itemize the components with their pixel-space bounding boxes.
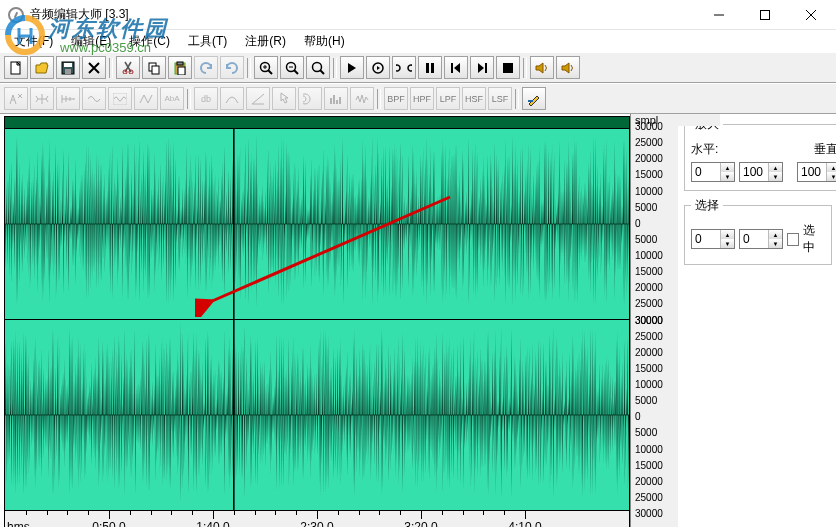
skip-back-button[interactable] [444, 56, 468, 79]
amp-label: 20000 [635, 153, 663, 164]
fx-fade-button[interactable] [56, 87, 80, 110]
waveform-channel-right[interactable] [5, 320, 629, 510]
main-area: hms 0:50.01:40.02:30.03:20.04:10.0 smpl … [0, 114, 836, 527]
fx-db-button[interactable]: db [194, 87, 218, 110]
spin-down-icon[interactable]: ▼ [721, 239, 734, 248]
menu-register[interactable]: 注册(R) [237, 31, 294, 52]
play-loop-button[interactable] [392, 56, 416, 79]
loop-play-button[interactable] [366, 56, 390, 79]
svg-rect-7 [149, 63, 156, 71]
svg-rect-18 [451, 63, 453, 73]
redo-button[interactable] [220, 56, 244, 79]
filter-hpf-button[interactable]: HPF [410, 87, 434, 110]
speaker-left-button[interactable] [530, 56, 554, 79]
cut-button[interactable] [116, 56, 140, 79]
sel-start-input[interactable] [692, 230, 720, 248]
spin-down-icon[interactable]: ▼ [827, 172, 836, 181]
filter-lpf-button[interactable]: LPF [436, 87, 460, 110]
h-zoom-max-input[interactable] [740, 163, 768, 181]
sel-check[interactable]: 选中 [787, 222, 825, 256]
amp-label: 5000 [635, 234, 657, 245]
skip-fwd-button[interactable] [470, 56, 494, 79]
svg-rect-1 [11, 62, 20, 74]
waveform-zone[interactable]: hms 0:50.01:40.02:30.03:20.04:10.0 [4, 116, 630, 527]
overview-strip[interactable] [5, 117, 629, 129]
toolbar-separator [186, 89, 192, 109]
time-ruler[interactable]: hms 0:50.01:40.02:30.03:20.04:10.0 [5, 510, 629, 527]
v-zoom-value-spinner[interactable]: ▲▼ [797, 162, 836, 182]
sel-end-input[interactable] [740, 230, 768, 248]
h-zoom-max-spinner[interactable]: ▲▼ [739, 162, 783, 182]
toolbar-separator [332, 58, 338, 78]
ruler-tick-label: 1:40.0 [196, 520, 229, 527]
ruler-tick-label: 2:30.0 [300, 520, 333, 527]
menu-tools[interactable]: 工具(T) [180, 31, 235, 52]
zoom-in-button[interactable] [254, 56, 278, 79]
undo-button[interactable] [194, 56, 218, 79]
fx-wave2-button[interactable] [108, 87, 132, 110]
toolbar-separator [246, 58, 252, 78]
fx-noise-button[interactable] [350, 87, 374, 110]
filter-hsf-button[interactable]: HSF [462, 87, 486, 110]
fx-spectrum-button[interactable] [324, 87, 348, 110]
svg-point-15 [373, 63, 383, 73]
paste-button[interactable] [168, 56, 192, 79]
amp-label: 30000 [635, 121, 663, 132]
fx-echo-button[interactable] [298, 87, 322, 110]
svg-rect-0 [761, 10, 770, 19]
sel-end-spinner[interactable]: ▲▼ [739, 229, 783, 249]
fx-ramp-button[interactable] [246, 87, 270, 110]
zoom-out-button[interactable] [280, 56, 304, 79]
new-button[interactable] [4, 56, 28, 79]
maximize-button[interactable] [742, 0, 788, 30]
spin-down-icon[interactable]: ▼ [769, 239, 782, 248]
draw-tool-button[interactable] [522, 87, 546, 110]
spin-down-icon[interactable]: ▼ [721, 172, 734, 181]
toolbar-separator [514, 89, 520, 109]
minimize-button[interactable] [696, 0, 742, 30]
pause-button[interactable] [418, 56, 442, 79]
toolbar-separator [522, 58, 528, 78]
save-button[interactable] [56, 56, 80, 79]
sel-start-spinner[interactable]: ▲▼ [691, 229, 735, 249]
fx-pointer-button[interactable] [272, 87, 296, 110]
spin-down-icon[interactable]: ▼ [769, 172, 782, 181]
toolbar-separator [376, 89, 382, 109]
open-button[interactable] [30, 56, 54, 79]
spin-up-icon[interactable]: ▲ [721, 163, 734, 172]
checkbox-icon[interactable] [787, 233, 799, 246]
fx-amplify-button[interactable] [30, 87, 54, 110]
filter-lsf-button[interactable]: LSF [488, 87, 512, 110]
window-title: 音频编辑大师 [3.3] [30, 6, 696, 23]
fx-normalize-button[interactable] [4, 87, 28, 110]
play-button[interactable] [340, 56, 364, 79]
amp-label: 15000 [635, 266, 663, 277]
menu-edit[interactable]: 编辑(E) [63, 31, 119, 52]
filter-bpf-button[interactable]: BPF [384, 87, 408, 110]
copy-button[interactable] [142, 56, 166, 79]
speaker-right-button[interactable] [556, 56, 580, 79]
zoom-fit-button[interactable] [306, 56, 330, 79]
h-zoom-value-spinner[interactable]: ▲▼ [691, 162, 735, 182]
stop-button[interactable] [496, 56, 520, 79]
menu-file[interactable]: 文件(F) [6, 31, 61, 52]
fx-envelope-button[interactable] [220, 87, 244, 110]
fx-wave1-button[interactable] [82, 87, 106, 110]
spin-up-icon[interactable]: ▲ [769, 163, 782, 172]
spin-up-icon[interactable]: ▲ [721, 230, 734, 239]
spin-up-icon[interactable]: ▲ [827, 163, 836, 172]
waveform-channel-left[interactable] [5, 129, 629, 320]
fx-text-button[interactable]: AbA [160, 87, 184, 110]
close-button[interactable] [788, 0, 834, 30]
v-zoom-value-input[interactable] [798, 163, 826, 181]
amp-label: 15000 [635, 363, 663, 374]
svg-rect-16 [426, 63, 429, 73]
fx-invert-button[interactable] [134, 87, 158, 110]
close-file-button[interactable] [82, 56, 106, 79]
spin-up-icon[interactable]: ▲ [769, 230, 782, 239]
menu-help[interactable]: 帮助(H) [296, 31, 353, 52]
amp-label: 10000 [635, 186, 663, 197]
h-zoom-value-input[interactable] [692, 163, 720, 181]
amp-label: 0 [635, 218, 641, 229]
menu-action[interactable]: 操作(C) [121, 31, 178, 52]
